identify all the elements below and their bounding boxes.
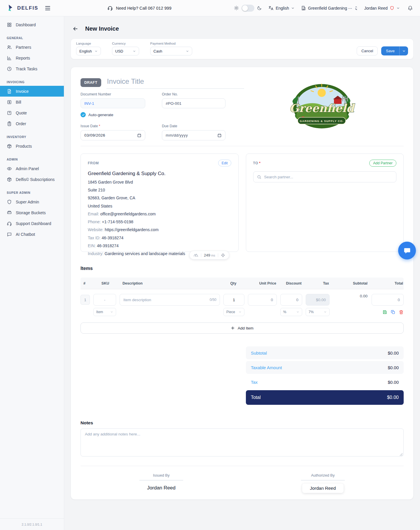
sidebar-item-bill[interactable]: Bill <box>0 97 64 107</box>
help-text: Need Help? Call 067 012 999 <box>116 6 171 11</box>
delete-item-button[interactable] <box>399 310 404 315</box>
document-number-input[interactable] <box>80 98 145 108</box>
sidebar-section-super-admin: SUPER ADMIN <box>7 191 57 194</box>
brand-logo[interactable]: DELFIS <box>7 4 38 12</box>
from-email: Email: office@greenfieldgardens.com <box>88 211 231 217</box>
item-row-actions <box>372 310 404 315</box>
sidebar: Dashboard GENERAL Partners Reports Track… <box>0 16 64 530</box>
sidebar-item-invoice[interactable]: Invoice <box>0 86 64 97</box>
language-field: Language English <box>76 42 101 55</box>
from-card: FROM Edit Greenfield Gardening & Supply … <box>80 154 239 252</box>
auto-generate-checkbox[interactable]: Auto-generate <box>80 112 145 117</box>
item-description-input[interactable] <box>120 294 220 306</box>
sidebar-item-ai-chatbot[interactable]: AI Chatbot <box>0 229 64 240</box>
delfis-logo-icon <box>7 4 15 12</box>
sidebar-item-dashboard[interactable]: Dashboard <box>0 19 64 30</box>
col-qty: Qty <box>223 281 244 285</box>
col-tax: Tax <box>305 281 329 285</box>
char-counter: 0/50 <box>210 298 216 302</box>
currency-select[interactable]: USD <box>112 47 139 55</box>
chat-fab-button[interactable] <box>398 242 416 259</box>
locate-icon[interactable] <box>221 253 225 257</box>
language-select[interactable]: English <box>76 47 101 55</box>
add-partner-button[interactable]: Add Partner <box>369 160 396 167</box>
sidebar-item-reports[interactable]: Reports <box>0 53 64 63</box>
chevron-down-icon <box>133 50 136 53</box>
order-no-input[interactable] <box>162 98 225 108</box>
col-subtotal: Subtotal <box>332 281 368 285</box>
cancel-button[interactable]: Cancel <box>357 46 378 55</box>
back-button[interactable] <box>71 24 80 33</box>
item-type-select[interactable]: Item <box>93 308 116 316</box>
sidebar-item-support-dashboard[interactable]: Support Dashboard <box>0 218 64 229</box>
notes-textarea[interactable] <box>80 428 404 456</box>
main-content: New Invoice Language English Currency US… <box>64 16 420 530</box>
save-dropdown-caret[interactable] <box>399 46 408 55</box>
discount-unit-select[interactable]: % <box>280 308 302 316</box>
invoice-title-input[interactable] <box>106 77 244 89</box>
authorized-by-name[interactable]: Jordan Reed <box>302 484 344 493</box>
tax-rate-select[interactable]: 7% <box>306 308 330 316</box>
item-discount-input[interactable] <box>280 294 302 306</box>
sidebar-section-invoicing: INVOICING <box>7 80 57 84</box>
sidebar-item-storage-buckets[interactable]: Storage Buckets <box>0 207 64 218</box>
notes-heading: Notes <box>80 420 404 426</box>
col-index: # <box>81 281 90 285</box>
item-total-input[interactable] <box>372 294 404 306</box>
authorized-by-block: Authorized By Jordan Reed <box>242 473 404 493</box>
save-button-label: Save <box>381 46 399 55</box>
save-item-button[interactable] <box>382 310 387 315</box>
issue-date-input[interactable]: 03/09/2026 <box>80 130 145 140</box>
updown-chevron-icon <box>354 6 358 10</box>
sidebar-item-admin-panel[interactable]: Admin Panel <box>0 163 64 174</box>
item-unit-price-input[interactable] <box>248 294 277 306</box>
sidebar-item-products[interactable]: Products <box>0 141 64 151</box>
taxable-amount-row: Taxable Amount $0.00 <box>246 361 404 374</box>
from-ein: EIN: 46-3918274 <box>88 243 231 249</box>
page-title: New Invoice <box>85 25 119 32</box>
taxable-amount-value: $0.00 <box>388 365 399 370</box>
sidebar-item-subscriptions[interactable]: Delfis© Subscriptions <box>0 174 64 185</box>
chevron-down-icon <box>402 49 406 53</box>
partner-search-input[interactable] <box>264 175 393 179</box>
sidebar-item-quote[interactable]: Quote <box>0 107 64 118</box>
edit-from-button[interactable]: Edit <box>218 160 231 166</box>
to-label: TO* <box>253 161 261 165</box>
grand-total-label: Total <box>251 395 261 400</box>
due-date-input[interactable]: mm/dd/yyyy <box>162 130 225 140</box>
theme-toggle[interactable] <box>242 5 254 12</box>
sidebar-item-partners[interactable]: Partners <box>0 42 64 53</box>
save-button[interactable]: Save <box>381 46 408 55</box>
bill-icon <box>7 100 12 105</box>
sidebar-item-super-admin[interactable]: Super Admin <box>0 196 64 207</box>
user-menu[interactable]: Jordan Reed <box>364 6 400 11</box>
sidebar-section-admin: ADMIN <box>7 158 57 161</box>
issue-date-label: Issue Date* <box>80 124 145 128</box>
notifications-bell-icon[interactable] <box>407 5 413 11</box>
item-sku-input[interactable] <box>93 294 116 306</box>
item-qty-input[interactable] <box>223 294 244 306</box>
items-heading: Items <box>80 266 404 271</box>
issued-by-block: Issued By Jordan Reed <box>80 473 242 493</box>
language-selector[interactable]: English <box>268 6 295 11</box>
shield-icon <box>7 199 12 205</box>
totals-panel: Subtotal $0.00 Taxable Amount $0.00 Tax … <box>246 346 404 405</box>
chevron-down-icon <box>110 311 113 313</box>
company-selector[interactable]: Greenfield Gardening ⋯ <box>301 6 358 11</box>
partner-search <box>253 171 397 182</box>
latency-unit: ms <box>211 254 215 257</box>
due-date-field: Due Date mm/dd/yyyy <box>162 124 225 140</box>
menu-icon[interactable] <box>45 6 50 10</box>
duplicate-item-button[interactable] <box>391 310 396 315</box>
add-item-button[interactable]: Add Item <box>80 322 404 334</box>
payment-method-select[interactable]: Cash <box>150 47 192 55</box>
sidebar-item-order[interactable]: Order <box>0 118 64 129</box>
sidebar-item-track-tasks[interactable]: Track Tasks <box>0 63 64 74</box>
tax-rate-value: 7% <box>309 310 314 314</box>
payment-method-field: Payment Method Cash <box>150 42 192 55</box>
toggle-knob <box>242 5 248 11</box>
item-unit-select[interactable]: Piece <box>223 308 244 316</box>
signature-line <box>139 480 183 480</box>
item-unit-value: Piece <box>226 310 235 314</box>
to-card: TO* Add Partner <box>246 154 404 252</box>
